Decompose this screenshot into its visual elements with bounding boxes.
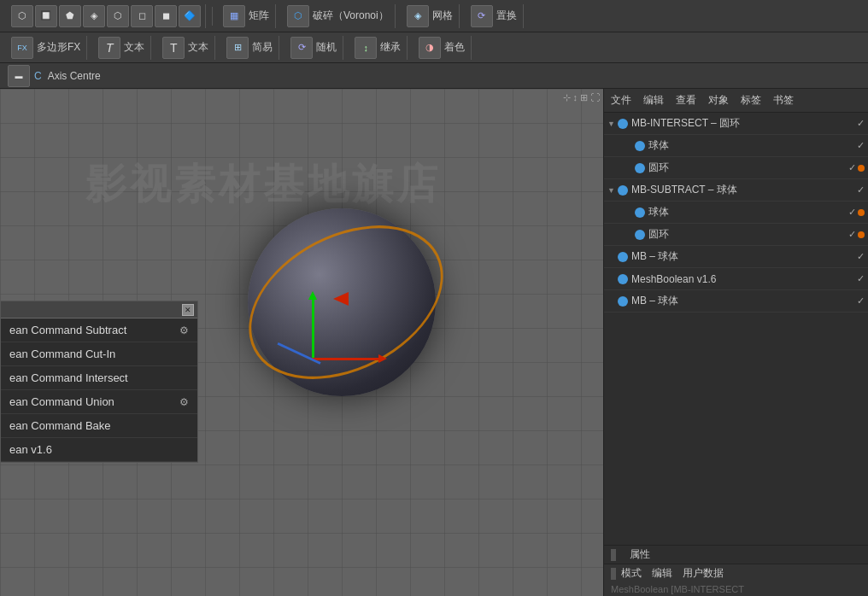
context-menu-item-1[interactable]: ean Command Cut-In [1,342,197,366]
menu-bookmark[interactable]: 书签 [773,93,794,108]
tree-item-meshboolean[interactable]: MeshBoolean v1.6✓ [604,268,868,290]
simple-label[interactable]: 简易 [252,40,273,55]
icon-matrix[interactable]: ▦ [223,5,245,27]
tree-check-meshboolean[interactable]: ✓ [857,273,865,284]
icon-text2[interactable]: T [162,37,185,59]
toolbar-group-simple: ⊞ 简易 [222,36,279,60]
toolbar-group-text2: T 文本 [158,36,215,60]
tree-dot-mb-subtract [618,185,628,196]
toolbar-group-matrix: ▦ 矩阵 [219,4,276,28]
tree-item-mb-subtract[interactable]: ▼MB-SUBTRACT – 球体✓ [604,179,868,202]
tree-item-sphere-2[interactable]: 球体✓ [604,202,868,224]
icon-voronoi[interactable]: ⬡ [287,5,309,27]
tree-item-mb-sphere-2[interactable]: MB – 球体✓ [604,290,868,313]
icon-simple[interactable]: ⊞ [226,37,249,59]
viewport-icon-1[interactable]: ⊹ [563,92,571,103]
icon-cloner[interactable]: ⬡ [11,5,33,27]
icon-obj2[interactable]: ◈ [83,5,105,27]
icon-mesh[interactable]: ◈ [407,5,429,27]
axis-label[interactable]: Axis Centre [48,70,101,82]
toolbar-group-polyfx: FX 多边形FX [7,36,87,60]
menu-tag[interactable]: 标签 [741,93,761,108]
content-stripe-icon [611,568,616,580]
icon-inherit[interactable]: ↕ [355,37,377,59]
viewport-icon-3[interactable]: ⊞ [580,92,588,103]
properties-header: 属性 [604,546,868,564]
properties-userdata[interactable]: 用户数据 [683,566,724,581]
icon-obj3[interactable]: ⬡ [107,5,129,27]
tree-item-sphere-1[interactable]: 球体✓ [604,135,868,157]
context-menu-item-2[interactable]: ean Command Intersect [1,366,197,390]
shade-label[interactable]: 着色 [444,40,465,55]
menu-object[interactable]: 对象 [708,93,729,108]
properties-content: 模式 编辑 用户数据 [604,564,868,582]
menu-edit[interactable]: 编辑 [643,93,664,108]
context-menu-label-4: ean Command Bake [9,419,111,432]
menu-view[interactable]: 查看 [676,93,696,108]
tree-right-mb-subtract: ✓ [857,184,865,196]
axis-y-arrow [308,291,317,300]
tree-item-torus-2[interactable]: 圆环✓ [604,224,868,246]
viewport-icon-2[interactable]: ↕ [573,92,578,103]
tree-check-mb-sphere[interactable]: ✓ [857,251,865,262]
random-label[interactable]: 随机 [316,40,337,55]
icon-displace[interactable]: ⟳ [471,5,493,27]
tree-check-torus-1[interactable]: ✓ [848,162,856,173]
tree-item-mb-sphere[interactable]: MB – 球体✓ [604,246,868,268]
tree-check-torus-2[interactable]: ✓ [848,229,856,240]
tree-dot-torus-1 [635,163,645,173]
tree-check-mb-subtract[interactable]: ✓ [857,184,865,196]
displace-label[interactable]: 置换 [496,9,517,23]
context-menu-item-3[interactable]: ean Command Union⚙ [1,390,197,414]
icon-polyfx[interactable]: FX [11,37,33,59]
context-menu-gear-0[interactable]: ⚙ [179,324,189,336]
context-menu-label-2: ean Command Intersect [9,371,128,384]
scene-tree[interactable]: ▼MB-INTERSECT – 圆环✓ 球体✓ 圆环✓▼MB-SUBTRACT … [604,113,868,545]
tree-check-mb-sphere-2[interactable]: ✓ [857,295,865,307]
context-menu-close-button[interactable]: ✕ [182,304,194,316]
voronoi-label[interactable]: 破碎（Voronoi） [313,9,389,23]
polyfx-label[interactable]: 多边形FX [37,40,80,55]
tree-label-torus-2: 圆环 [648,227,848,242]
tree-right-mb-sphere-2: ✓ [857,295,865,307]
context-menu-item-0[interactable]: ean Command Subtract⚙ [1,318,197,342]
text2-label[interactable]: 文本 [188,40,208,55]
tree-expand-mb-intersect[interactable]: ▼ [607,120,618,128]
text1-label[interactable]: 文本 [124,40,144,55]
tree-check-sphere-2[interactable]: ✓ [848,207,856,218]
tree-right-sphere-1: ✓ [857,140,865,151]
context-menu-item-4[interactable]: ean Command Bake [1,414,197,438]
properties-mode[interactable]: 模式 [621,566,642,581]
icon-text1[interactable]: T [98,37,120,59]
tree-item-mb-intersect[interactable]: ▼MB-INTERSECT – 圆环✓ [604,113,868,135]
main-area: 影视素材基地旗店 ⊹ ↕ ⊞ ⛶ [0,89,868,596]
matrix-label[interactable]: 矩阵 [249,9,269,23]
tree-check-sphere-1[interactable]: ✓ [857,140,865,151]
icon-fracture[interactable]: 🔲 [35,5,57,27]
tree-item-torus-1[interactable]: 圆环✓ [604,157,868,179]
icon-ground[interactable]: ▬ [8,65,30,87]
icon-shade[interactable]: ◑ [419,37,441,59]
tree-expand-mb-subtract[interactable]: ▼ [607,186,618,195]
context-menu-item-5[interactable]: ean v1.6 [1,438,197,462]
properties-edit[interactable]: 编辑 [652,566,672,581]
tree-right-meshboolean: ✓ [857,273,865,284]
tree-label-mb-intersect: MB-INTERSECT – 圆环 [631,116,857,131]
menu-file[interactable]: 文件 [611,93,631,108]
icon-obj5[interactable]: ◼ [155,5,177,27]
inherit-label[interactable]: 继承 [380,40,401,55]
right-panel: 文件 编辑 查看 对象 标签 书签 ▼MB-INTERSECT – 圆环✓ 球体… [603,89,868,596]
tree-dot-torus-2 [635,230,645,240]
tree-orange-dot-torus-2 [858,231,865,238]
icon-obj1[interactable]: ⬟ [59,5,81,27]
mesh-label[interactable]: 网格 [432,9,453,23]
icon-random[interactable]: ⟳ [290,37,313,59]
context-menu-gear-3[interactable]: ⚙ [179,396,189,408]
context-menu-label-1: ean Command Cut-In [9,348,115,360]
icon-obj6[interactable]: 🔷 [179,5,201,27]
viewport-icon-4[interactable]: ⛶ [590,92,600,103]
toolbar-group-inherit: ↕ 继承 [350,36,408,60]
tree-check-mb-intersect[interactable]: ✓ [857,118,865,129]
viewport[interactable]: 影视素材基地旗店 ⊹ ↕ ⊞ ⛶ [0,89,603,596]
icon-obj4[interactable]: ◻ [131,5,153,27]
